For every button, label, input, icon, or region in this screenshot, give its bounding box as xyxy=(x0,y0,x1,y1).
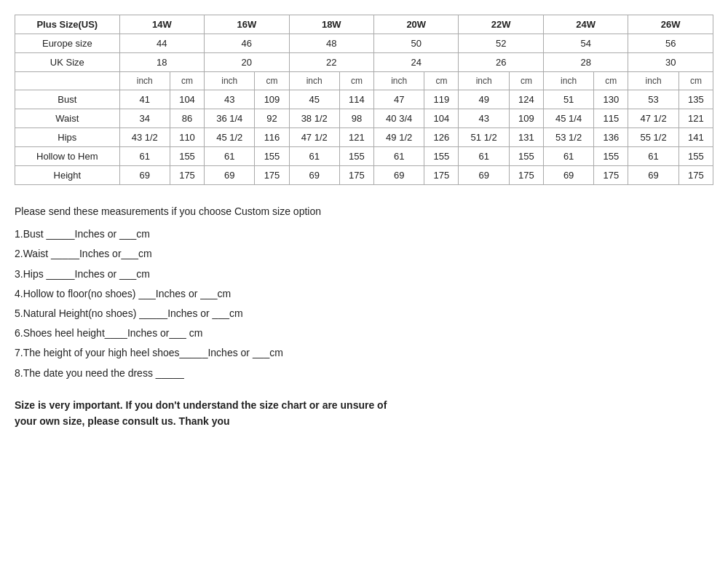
uk-size-30: 30 xyxy=(628,53,713,72)
hollow-24w-inch: 61 xyxy=(543,147,593,166)
bust-16w-cm: 109 xyxy=(255,90,289,109)
hips-18w-inch: 47 1/2 xyxy=(289,128,339,147)
col-header-26w: 26W xyxy=(628,15,713,34)
europe-size-46: 46 xyxy=(205,34,289,53)
bust-14w-cm: 104 xyxy=(170,90,204,109)
height-24w-inch: 69 xyxy=(543,166,593,185)
hollow-16w-cm: 155 xyxy=(255,147,289,166)
europe-size-56: 56 xyxy=(628,34,713,53)
hollow-20w-inch: 61 xyxy=(374,147,424,166)
europe-size-50: 50 xyxy=(374,34,459,53)
subheader-inch-2: inch xyxy=(205,72,255,90)
hips-22w-inch: 51 1/2 xyxy=(459,128,509,147)
bust-row: Bust 41 104 43 109 45 114 47 119 49 124 … xyxy=(15,90,713,109)
height-16w-cm: 175 xyxy=(255,166,289,185)
col-header-22w: 22W xyxy=(459,15,543,34)
hips-18w-cm: 121 xyxy=(339,128,373,147)
bust-18w-inch: 45 xyxy=(289,90,339,109)
waist-20w-cm: 104 xyxy=(424,109,459,128)
subheader-cm-2: cm xyxy=(255,72,289,90)
height-26w-inch: 69 xyxy=(628,166,678,185)
height-14w-cm: 175 xyxy=(170,166,204,185)
col-header-24w: 24W xyxy=(543,15,628,34)
bust-20w-cm: 119 xyxy=(424,90,459,109)
waist-22w-cm: 109 xyxy=(509,109,543,128)
waist-row: Waist 34 86 36 1/4 92 38 1/2 98 40 3/4 1… xyxy=(15,109,713,128)
waist-label: Waist xyxy=(15,109,120,128)
col-header-20w: 20W xyxy=(374,15,459,34)
uk-size-label: UK Size xyxy=(15,53,120,72)
waist-24w-cm: 115 xyxy=(594,109,628,128)
hips-row: Hips 43 1/2 110 45 1/2 116 47 1/2 121 49… xyxy=(15,128,713,147)
bust-14w-inch: 41 xyxy=(119,90,170,109)
waist-18w-inch: 38 1/2 xyxy=(289,109,339,128)
hollow-26w-cm: 155 xyxy=(678,147,713,166)
custom-item-4: 4.Hollow to floor(no shoes) ___Inches or… xyxy=(15,285,713,303)
custom-item-3: 3.Hips _____Inches or ___cm xyxy=(15,265,713,283)
waist-22w-inch: 43 xyxy=(459,109,509,128)
hips-16w-cm: 116 xyxy=(255,128,289,147)
bust-18w-cm: 114 xyxy=(339,90,373,109)
height-24w-cm: 175 xyxy=(594,166,628,185)
col-header-18w: 18W xyxy=(289,15,373,34)
hollow-20w-cm: 155 xyxy=(424,147,459,166)
height-22w-inch: 69 xyxy=(459,166,509,185)
europe-size-52: 52 xyxy=(459,34,543,53)
height-22w-cm: 175 xyxy=(509,166,543,185)
bust-24w-cm: 130 xyxy=(594,90,628,109)
waist-24w-inch: 45 1/4 xyxy=(543,109,593,128)
hollow-24w-cm: 155 xyxy=(594,147,628,166)
height-row: Height 69 175 69 175 69 175 69 175 69 17… xyxy=(15,166,713,185)
subheader-inch-1: inch xyxy=(119,72,170,90)
subheader-inch-5: inch xyxy=(459,72,509,90)
height-label: Height xyxy=(15,166,120,185)
hips-22w-cm: 131 xyxy=(509,128,543,147)
waist-26w-inch: 47 1/2 xyxy=(628,109,678,128)
hips-20w-cm: 126 xyxy=(424,128,459,147)
subheader-empty xyxy=(15,72,120,90)
europe-size-label: Europe size xyxy=(15,34,120,53)
hollow-18w-cm: 155 xyxy=(339,147,373,166)
hollow-14w-inch: 61 xyxy=(119,147,170,166)
bust-24w-inch: 51 xyxy=(543,90,593,109)
bust-16w-inch: 43 xyxy=(205,90,255,109)
bust-26w-cm: 135 xyxy=(678,90,713,109)
custom-intro: Please send these measurements if you ch… xyxy=(15,203,713,221)
bust-22w-cm: 124 xyxy=(509,90,543,109)
hollow-18w-inch: 61 xyxy=(289,147,339,166)
subheader-inch-3: inch xyxy=(289,72,339,90)
uk-size-row: UK Size 18 20 22 24 26 28 30 xyxy=(15,53,713,72)
col-header-14w: 14W xyxy=(119,15,204,34)
hips-16w-inch: 45 1/2 xyxy=(205,128,255,147)
size-chart-table: Plus Size(US) 14W 16W 18W 20W 22W 24W 26… xyxy=(15,15,713,185)
subheader-cm-4: cm xyxy=(424,72,459,90)
waist-16w-cm: 92 xyxy=(255,109,289,128)
hips-14w-inch: 43 1/2 xyxy=(119,128,170,147)
subheader-cm-7: cm xyxy=(678,72,713,90)
height-26w-cm: 175 xyxy=(678,166,713,185)
custom-item-1: 1.Bust _____Inches or ___cm xyxy=(15,225,713,243)
subheader-cm-5: cm xyxy=(509,72,543,90)
subheader-inch-7: inch xyxy=(628,72,678,90)
hollow-to-hem-label: Hollow to Hem xyxy=(15,147,120,166)
waist-14w-cm: 86 xyxy=(170,109,204,128)
europe-size-row: Europe size 44 46 48 50 52 54 56 xyxy=(15,34,713,53)
custom-item-5: 5.Natural Height(no shoes) _____Inches o… xyxy=(15,305,713,323)
subheader-inch-4: inch xyxy=(374,72,424,90)
custom-item-2: 2.Waist _____Inches or___cm xyxy=(15,245,713,263)
height-18w-inch: 69 xyxy=(289,166,339,185)
waist-14w-inch: 34 xyxy=(119,109,170,128)
hollow-22w-inch: 61 xyxy=(459,147,509,166)
bust-26w-inch: 53 xyxy=(628,90,678,109)
hollow-26w-inch: 61 xyxy=(628,147,678,166)
hips-26w-inch: 55 1/2 xyxy=(628,128,678,147)
height-16w-inch: 69 xyxy=(205,166,255,185)
height-14w-inch: 69 xyxy=(119,166,170,185)
uk-size-22: 22 xyxy=(289,53,373,72)
europe-size-54: 54 xyxy=(543,34,628,53)
waist-20w-inch: 40 3/4 xyxy=(374,109,424,128)
hollow-14w-cm: 155 xyxy=(170,147,204,166)
uk-size-18: 18 xyxy=(119,53,204,72)
subheader-inch-6: inch xyxy=(543,72,593,90)
hollow-to-hem-row: Hollow to Hem 61 155 61 155 61 155 61 15… xyxy=(15,147,713,166)
